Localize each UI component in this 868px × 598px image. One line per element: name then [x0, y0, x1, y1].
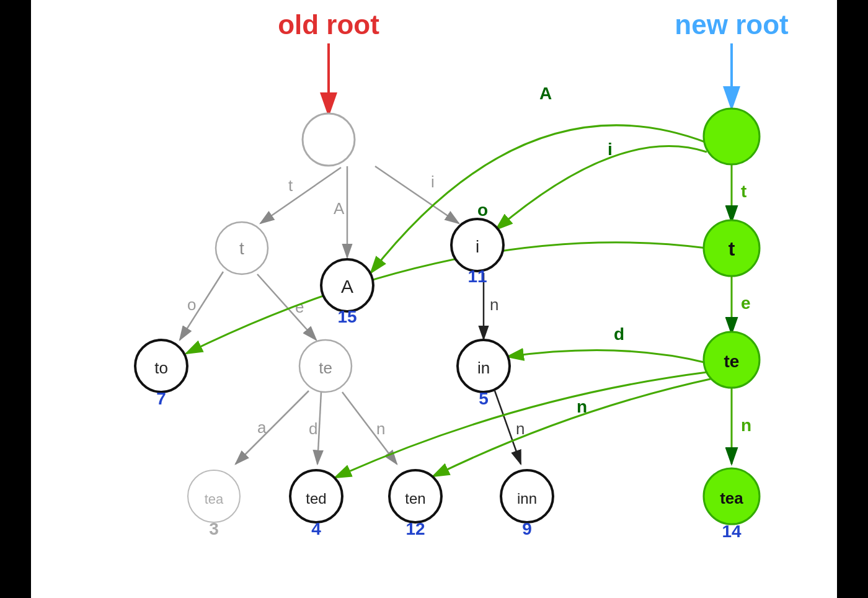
- svg-text:te: te: [319, 359, 332, 377]
- svg-text:n: n: [516, 419, 525, 438]
- svg-text:t: t: [239, 239, 244, 258]
- svg-text:t: t: [728, 238, 735, 260]
- svg-text:e: e: [295, 298, 304, 316]
- old-root-label: old root: [278, 9, 379, 40]
- svg-text:ted: ted: [306, 490, 326, 507]
- svg-text:e: e: [741, 293, 751, 313]
- svg-text:A: A: [341, 276, 353, 297]
- svg-text:4: 4: [311, 519, 321, 538]
- svg-text:A: A: [334, 199, 345, 218]
- svg-text:tea: tea: [205, 491, 224, 507]
- svg-text:te: te: [724, 352, 740, 371]
- svg-text:15: 15: [337, 307, 356, 326]
- svg-text:d: d: [614, 324, 624, 344]
- svg-text:t: t: [741, 182, 746, 201]
- svg-text:7: 7: [156, 389, 166, 408]
- svg-text:i: i: [476, 237, 479, 256]
- svg-text:in: in: [477, 359, 490, 377]
- svg-text:14: 14: [722, 522, 742, 541]
- svg-text:to: to: [154, 359, 168, 377]
- new-root-node: [704, 109, 760, 164]
- diagram-canvas: old root new root t A i o: [31, 0, 837, 598]
- old-root-node: [303, 114, 355, 166]
- svg-text:o: o: [477, 200, 488, 220]
- svg-text:a: a: [257, 418, 267, 437]
- svg-text:n: n: [376, 419, 385, 438]
- svg-text:tea: tea: [720, 489, 743, 507]
- svg-text:11: 11: [467, 267, 487, 286]
- svg-text:i: i: [608, 140, 613, 159]
- svg-text:n: n: [490, 295, 498, 314]
- svg-text:n: n: [577, 397, 587, 416]
- svg-text:o: o: [187, 295, 196, 314]
- svg-text:n: n: [741, 416, 751, 435]
- svg-text:ten: ten: [405, 490, 425, 507]
- svg-text:t: t: [288, 176, 293, 195]
- svg-text:d: d: [309, 419, 317, 438]
- new-root-label: new root: [675, 9, 789, 40]
- svg-text:5: 5: [479, 389, 489, 408]
- svg-text:9: 9: [522, 519, 532, 538]
- svg-text:12: 12: [405, 519, 425, 538]
- svg-text:inn: inn: [517, 490, 537, 507]
- svg-text:i: i: [431, 172, 435, 191]
- svg-text:3: 3: [209, 519, 219, 538]
- svg-text:A: A: [539, 84, 552, 103]
